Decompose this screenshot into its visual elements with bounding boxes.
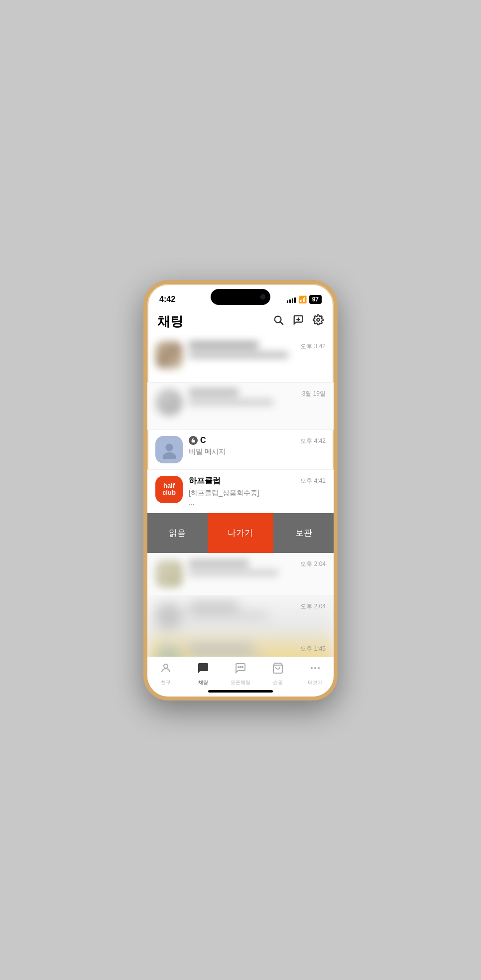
page-title: 채팅	[157, 313, 183, 330]
chat-name: C	[200, 436, 206, 445]
chat-time: 오후 2:04	[300, 602, 326, 611]
swipe-read-button[interactable]: 읽음	[147, 513, 208, 553]
svg-point-8	[164, 664, 168, 668]
svg-point-5	[165, 444, 173, 451]
svg-line-1	[280, 322, 283, 324]
chat-preview: 비밀 메시지	[189, 447, 226, 455]
halfclub-avatar: half club	[155, 476, 183, 503]
dynamic-island	[211, 289, 270, 305]
svg-point-11	[242, 667, 243, 668]
nav-item-openchat[interactable]: 오픈채팅	[222, 662, 259, 686]
swipe-action-bar: 읽음 나가기 보관	[147, 513, 334, 553]
chat-list: 오후 3:42 3월 19일	[147, 335, 334, 697]
chat-time: 3월 19일	[302, 390, 326, 398]
swipe-leave-button[interactable]: 나가기	[208, 513, 274, 553]
header-icons	[273, 314, 324, 328]
shopping-icon	[272, 662, 284, 677]
svg-rect-7	[192, 440, 195, 442]
nav-label-shopping: 쇼핑	[273, 679, 283, 686]
search-icon[interactable]	[273, 314, 284, 328]
status-icons: 📶 97	[287, 295, 322, 304]
list-item[interactable]: 3월 19일	[147, 383, 334, 430]
avatar	[155, 436, 183, 463]
chat-time: 오후 4:42	[300, 437, 326, 445]
chat-header: 채팅	[147, 309, 334, 335]
nav-item-more[interactable]: 더보기	[296, 662, 334, 686]
list-item[interactable]: 오후 3:42	[147, 335, 334, 383]
lock-badge	[189, 436, 198, 445]
chat-time: 오후 3:42	[300, 342, 326, 351]
battery-indicator: 97	[309, 295, 322, 304]
halfclub-logo-club: club	[162, 489, 176, 496]
nav-item-friends[interactable]: 친구	[147, 662, 185, 686]
chat-time: 오후 1:45	[300, 645, 326, 653]
svg-point-14	[314, 667, 316, 669]
signal-bars	[287, 296, 296, 303]
status-time: 4:42	[159, 295, 175, 304]
list-item[interactable]: half club 하프클럽 [하프클럽_상품회수중] ... 오후 4:41	[147, 470, 334, 513]
phone-frame: 4:42 🔔̶ 📶 97 채팅	[143, 280, 338, 700]
halfclub-logo-half: half	[163, 482, 175, 489]
main-content: 채팅	[147, 309, 334, 697]
svg-point-13	[311, 667, 313, 669]
svg-point-4	[317, 318, 320, 321]
nav-item-shopping[interactable]: 쇼핑	[259, 662, 296, 686]
swipe-archive-button[interactable]: 보관	[273, 513, 334, 553]
camera-dot	[260, 294, 265, 299]
more-icon	[309, 662, 321, 677]
halfclub-item-container: half club 하프클럽 [하프클럽_상품회수중] ... 오후 4:41	[147, 470, 334, 553]
chat-time: 오후 2:04	[300, 560, 326, 568]
chat-preview: [하프클럽_상품회수중]	[189, 489, 259, 497]
chat-preview-ellipsis: ...	[189, 498, 195, 506]
wifi-icon: 📶	[298, 295, 307, 303]
nav-label-openchat: 오픈채팅	[231, 679, 250, 686]
chat-time: 오후 4:41	[300, 477, 326, 485]
nav-item-chat[interactable]: 채팅	[185, 662, 222, 686]
svg-point-6	[162, 452, 176, 459]
chat-icon	[197, 662, 209, 677]
nav-label-friends: 친구	[161, 679, 171, 686]
home-indicator	[208, 690, 273, 693]
nav-label-more: 더보기	[308, 679, 323, 686]
openchat-icon	[235, 662, 246, 677]
svg-point-9	[240, 667, 241, 668]
settings-icon[interactable]	[313, 314, 324, 328]
list-item[interactable]: C 비밀 메시지 오후 4:42	[147, 430, 334, 470]
status-bar: 4:42 🔔̶ 📶 97	[147, 284, 334, 309]
chat-name: 하프클럽	[189, 476, 221, 486]
friends-icon	[160, 662, 172, 677]
svg-point-10	[238, 667, 239, 668]
list-item[interactable]: 오후 2:04	[147, 553, 334, 595]
new-chat-icon[interactable]	[293, 314, 304, 328]
svg-point-15	[318, 667, 320, 669]
nav-label-chat: 채팅	[198, 679, 208, 686]
